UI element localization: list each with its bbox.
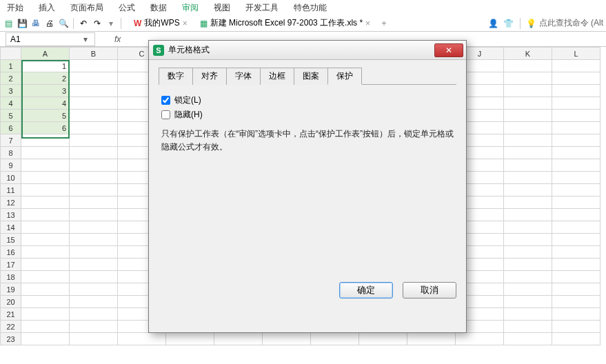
cell-L11[interactable] bbox=[552, 184, 600, 196]
cell-A4[interactable]: 4 bbox=[21, 97, 70, 110]
fx-button[interactable]: fx bbox=[114, 34, 121, 44]
cell-B7[interactable] bbox=[70, 134, 118, 147]
dialog-titlebar[interactable]: S 单元格格式 ✕ bbox=[149, 41, 466, 60]
hide-checkbox[interactable] bbox=[161, 110, 170, 119]
cell-L6[interactable] bbox=[552, 122, 600, 134]
file-tab[interactable]: ▦ 新建 Microsoft Excel 97-2003 工作表.xls * × bbox=[196, 16, 374, 31]
cell-K19[interactable] bbox=[504, 283, 552, 296]
undo-icon[interactable]: ↶ bbox=[78, 18, 89, 29]
cell-K23[interactable] bbox=[504, 333, 552, 345]
ribbon-tab-3[interactable]: 公式 bbox=[119, 2, 135, 14]
cell-L17[interactable] bbox=[552, 259, 600, 271]
row-header-17[interactable]: 17 bbox=[1, 259, 21, 271]
cell-B5[interactable] bbox=[70, 110, 118, 122]
cell-B11[interactable] bbox=[70, 184, 118, 196]
cell-K4[interactable] bbox=[504, 97, 552, 110]
cell-K11[interactable] bbox=[504, 184, 552, 196]
lock-checkbox-row[interactable]: 锁定(L) bbox=[161, 94, 454, 106]
cell-L19[interactable] bbox=[552, 283, 600, 296]
select-all-corner[interactable] bbox=[1, 48, 21, 60]
cell-B20[interactable] bbox=[70, 296, 118, 308]
cell-A16[interactable] bbox=[21, 246, 70, 259]
close-icon[interactable]: × bbox=[183, 19, 188, 28]
cell-A23[interactable] bbox=[21, 333, 70, 345]
cell-K6[interactable] bbox=[504, 122, 552, 134]
cell-K13[interactable] bbox=[504, 209, 552, 221]
cell-B1[interactable] bbox=[70, 60, 118, 72]
cell-K21[interactable] bbox=[504, 308, 552, 321]
cell-L15[interactable] bbox=[552, 234, 600, 246]
cell-L16[interactable] bbox=[552, 246, 600, 259]
cell-L18[interactable] bbox=[552, 271, 600, 283]
cell-L20[interactable] bbox=[552, 296, 600, 308]
cell-L21[interactable] bbox=[552, 308, 600, 321]
row-header-12[interactable]: 12 bbox=[1, 196, 21, 209]
cell-C23[interactable] bbox=[118, 333, 166, 345]
cell-G23[interactable] bbox=[311, 333, 359, 345]
cell-A20[interactable] bbox=[21, 296, 70, 308]
cell-H23[interactable] bbox=[359, 333, 407, 345]
cell-L3[interactable] bbox=[552, 85, 600, 97]
cell-K5[interactable] bbox=[504, 110, 552, 122]
col-header-K[interactable]: K bbox=[504, 48, 552, 60]
cell-K1[interactable] bbox=[504, 60, 552, 72]
row-header-14[interactable]: 14 bbox=[1, 221, 21, 234]
row-header-21[interactable]: 21 bbox=[1, 308, 21, 321]
skin-icon[interactable]: 👕 bbox=[503, 18, 514, 29]
cell-K10[interactable] bbox=[504, 172, 552, 184]
cell-L9[interactable] bbox=[552, 159, 600, 172]
cell-B22[interactable] bbox=[70, 321, 118, 333]
col-header-B[interactable]: B bbox=[70, 48, 118, 60]
cell-B17[interactable] bbox=[70, 259, 118, 271]
cell-L14[interactable] bbox=[552, 221, 600, 234]
cell-B13[interactable] bbox=[70, 209, 118, 221]
lock-checkbox[interactable] bbox=[161, 96, 170, 105]
cell-B15[interactable] bbox=[70, 234, 118, 246]
row-header-23[interactable]: 23 bbox=[1, 333, 21, 345]
ribbon-tab-5[interactable]: 审阅 bbox=[182, 2, 199, 14]
ribbon-tab-6[interactable]: 视图 bbox=[214, 2, 230, 14]
cell-A18[interactable] bbox=[21, 271, 70, 283]
cell-A6[interactable]: 6 bbox=[21, 122, 70, 134]
row-header-22[interactable]: 22 bbox=[1, 321, 21, 333]
row-header-8[interactable]: 8 bbox=[1, 147, 21, 159]
cell-B10[interactable] bbox=[70, 172, 118, 184]
cell-A17[interactable] bbox=[21, 259, 70, 271]
cell-L1[interactable] bbox=[552, 60, 600, 72]
cell-B9[interactable] bbox=[70, 159, 118, 172]
redo-icon[interactable]: ↷ bbox=[92, 18, 103, 29]
cell-A9[interactable] bbox=[21, 159, 70, 172]
cell-D23[interactable] bbox=[166, 333, 214, 345]
cell-B8[interactable] bbox=[70, 147, 118, 159]
row-header-4[interactable]: 4 bbox=[1, 97, 21, 110]
cell-A7[interactable] bbox=[21, 134, 70, 147]
cell-A1[interactable]: 1 bbox=[21, 60, 70, 72]
cell-K2[interactable] bbox=[504, 72, 552, 85]
cell-K9[interactable] bbox=[504, 159, 552, 172]
row-header-1[interactable]: 1 bbox=[1, 60, 21, 72]
ribbon-tab-0[interactable]: 开始 bbox=[7, 2, 23, 14]
row-header-6[interactable]: 6 bbox=[1, 122, 21, 134]
dialog-tab-4[interactable]: 图案 bbox=[294, 68, 328, 85]
row-header-2[interactable]: 2 bbox=[1, 72, 21, 85]
cell-E23[interactable] bbox=[214, 333, 263, 345]
mywps-tab[interactable]: W 我的WPS × bbox=[130, 16, 192, 31]
saveas-icon[interactable]: 🖶 bbox=[30, 18, 41, 29]
close-button[interactable]: ✕ bbox=[434, 43, 463, 57]
cell-K18[interactable] bbox=[504, 271, 552, 283]
row-header-18[interactable]: 18 bbox=[1, 271, 21, 283]
dialog-tab-0[interactable]: 数字 bbox=[159, 68, 193, 85]
cell-B23[interactable] bbox=[70, 333, 118, 345]
dialog-tab-2[interactable]: 字体 bbox=[226, 68, 261, 85]
cell-A13[interactable] bbox=[21, 209, 70, 221]
cell-L22[interactable] bbox=[552, 321, 600, 333]
print-icon[interactable]: 🖨 bbox=[44, 18, 55, 29]
cell-K16[interactable] bbox=[504, 246, 552, 259]
cell-A22[interactable] bbox=[21, 321, 70, 333]
cell-K15[interactable] bbox=[504, 234, 552, 246]
cell-K20[interactable] bbox=[504, 296, 552, 308]
cell-L7[interactable] bbox=[552, 134, 600, 147]
cell-L13[interactable] bbox=[552, 209, 600, 221]
cell-L4[interactable] bbox=[552, 97, 600, 110]
ribbon-tab-1[interactable]: 插入 bbox=[39, 2, 55, 14]
